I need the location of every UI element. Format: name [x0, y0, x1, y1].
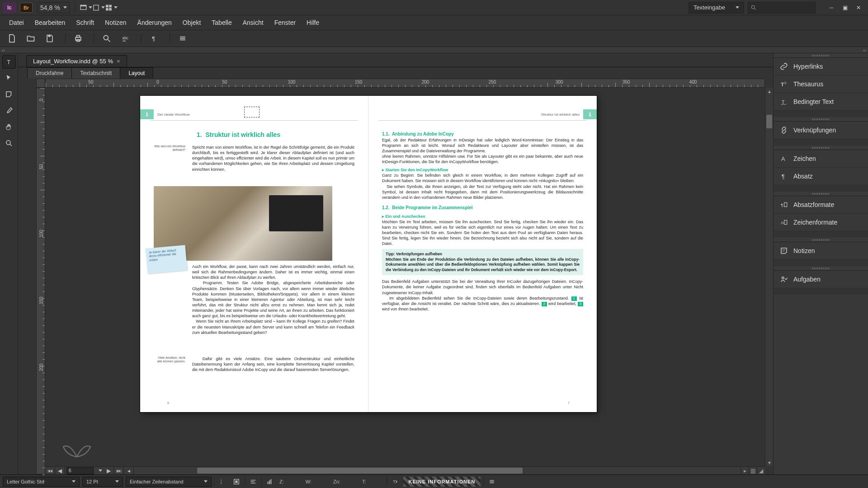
next-page-button[interactable]: ▶: [104, 467, 114, 474]
document-tab-row: Layout_Workflow.indd @ 55 % ×: [18, 53, 773, 67]
panel-parastyles[interactable]: ¶Absatzformate: [774, 196, 868, 214]
align-icon[interactable]: [248, 477, 259, 487]
bridge-button[interactable]: Br: [20, 3, 33, 13]
menu-fenster[interactable]: Fenster: [269, 16, 301, 29]
svg-text:1: 1: [221, 479, 222, 481]
arrange-button[interactable]: [105, 2, 118, 13]
prev-page-button[interactable]: ◀: [55, 467, 65, 474]
screen-mode-button[interactable]: [92, 2, 105, 13]
menu-lines-button[interactable]: [175, 32, 191, 45]
menu-bearbeiten[interactable]: Bearbeiten: [29, 16, 71, 29]
leading-field[interactable]: Einfacher Zeilenabstand: [126, 477, 212, 487]
font-family-field[interactable]: Letter Gothic Std: [3, 477, 80, 487]
menu-ansicht[interactable]: Ansicht: [237, 16, 269, 29]
canvas[interactable]: 1Der ideale Workflow 1. Struktur ist wir…: [45, 88, 765, 466]
menu-objekt[interactable]: Objekt: [177, 16, 206, 29]
menu-lines-icon[interactable]: [486, 477, 497, 487]
vertical-ruler[interactable]: 050100150200: [36, 88, 45, 474]
first-page-button[interactable]: ⏮: [45, 467, 55, 474]
body-text: Spricht man von einem Workflow, ist in d…: [192, 145, 354, 172]
scrollbar-thumb[interactable]: [197, 468, 523, 474]
svg-text:A: A: [781, 155, 785, 162]
right-panel-dock: HyperlinksTSThesaurusTBedingter TextVerk…: [773, 53, 868, 474]
note-tool[interactable]: [2, 88, 16, 101]
scroll-up-icon[interactable]: ▴: [765, 88, 773, 95]
panel-conditional[interactable]: TBedingter Text: [774, 93, 868, 111]
page-folio: 6: [167, 401, 169, 405]
tab-textabschnitt[interactable]: Textabschnitt: [71, 67, 120, 79]
panel-grip[interactable]: [774, 117, 868, 122]
watermark-icon: [59, 436, 95, 464]
new-button[interactable]: [4, 32, 20, 45]
last-page-button[interactable]: ⏭: [114, 467, 124, 474]
body-text: Dafür gibt es viele Ansätze. Eine sauber…: [192, 356, 354, 372]
panel-assignments[interactable]: Aufgaben: [774, 271, 868, 288]
panel-grip[interactable]: [774, 266, 868, 271]
panel-hyperlinks[interactable]: Hyperlinks: [774, 58, 868, 75]
tool-strip: T: [0, 53, 18, 474]
fit-icon[interactable]: [231, 477, 242, 487]
resize-grip-icon[interactable]: ◢: [757, 467, 765, 474]
menu-tabelle[interactable]: Tabelle: [206, 16, 237, 29]
scroll-right-button[interactable]: ▸: [741, 467, 749, 474]
zoom-level-dropdown[interactable]: 54,8 %: [37, 2, 70, 13]
split-view-button[interactable]: ▥: [749, 467, 757, 474]
scroll-down-icon[interactable]: ▾: [765, 459, 773, 466]
hand-tool[interactable]: [2, 120, 16, 134]
chapter-number-badge: 1: [583, 109, 597, 119]
view-options-button[interactable]: [80, 2, 92, 13]
panel-grip[interactable]: [774, 192, 868, 196]
panel-grip[interactable]: [774, 238, 868, 242]
hidden-chars-button[interactable]: ¶: [146, 32, 162, 45]
svg-rect-44: [269, 480, 270, 484]
panel-character[interactable]: AZeichen: [774, 150, 868, 168]
workspace-label: Texteingabe: [693, 4, 725, 11]
menu-schrift[interactable]: Schrift: [71, 16, 99, 29]
svg-line-22: [10, 144, 12, 146]
panel-collapse-bar[interactable]: ›› ‹‹: [0, 47, 868, 53]
workspace-selector[interactable]: Texteingabe: [689, 2, 744, 14]
chapter-number-badge: 1: [140, 109, 154, 119]
zoom-tool[interactable]: [2, 136, 16, 150]
eyedropper-tool[interactable]: [2, 104, 16, 117]
scrollbar-thumb[interactable]: [766, 115, 772, 128]
panel-charstyles[interactable]: AZeichenformate: [774, 214, 868, 231]
page-left[interactable]: 1Der ideale Workflow 1. Struktur ist wir…: [140, 96, 368, 412]
print-button[interactable]: [70, 32, 86, 45]
minimize-button[interactable]: ─: [825, 2, 838, 13]
tab-druckfahne[interactable]: Druckfahne: [27, 67, 72, 79]
vertical-scrollbar[interactable]: ▴ ▾: [765, 88, 773, 466]
menu-notizen[interactable]: Notizen: [99, 16, 132, 29]
menu-aenderungen[interactable]: Änderungen: [132, 16, 177, 29]
page-right[interactable]: 1Struktur ist wirklich alles 1.1. Anbind…: [368, 96, 597, 412]
type-tool[interactable]: T: [2, 55, 16, 69]
panel-thesaurus[interactable]: TSThesaurus: [774, 75, 868, 93]
panel-notes[interactable]: Notizen: [774, 242, 868, 260]
tab-layout[interactable]: Layout: [120, 67, 153, 79]
running-head-right: Struktur ist wirklich alles: [541, 113, 580, 117]
font-size-field[interactable]: 12 Pt: [82, 477, 123, 487]
page-number-field[interactable]: 6: [66, 467, 94, 474]
scroll-left-button[interactable]: ◂: [124, 467, 134, 474]
panel-grip[interactable]: [774, 53, 868, 58]
page-dropdown[interactable]: [95, 469, 104, 472]
close-button[interactable]: ✕: [852, 2, 865, 13]
close-tab-icon[interactable]: ×: [117, 58, 120, 65]
menu-datei[interactable]: Datei: [4, 16, 29, 29]
position-tool[interactable]: [2, 71, 16, 85]
svg-text:T: T: [781, 82, 784, 87]
ruler-origin[interactable]: [36, 79, 45, 88]
panel-links[interactable]: Verknüpfungen: [774, 122, 868, 139]
document-tab[interactable]: Layout_Workflow.indd @ 55 % ×: [26, 55, 127, 67]
spellcheck-button[interactable]: abc: [118, 32, 134, 45]
maximize-button[interactable]: ▣: [838, 2, 852, 13]
panel-paragraph[interactable]: ¶Absatz: [774, 168, 868, 185]
search-box[interactable]: [748, 2, 816, 14]
menu-hilfe[interactable]: Hilfe: [301, 16, 325, 29]
stat-z-label: Z:: [278, 479, 285, 484]
open-button[interactable]: [23, 32, 39, 45]
panel-grip[interactable]: [774, 145, 868, 150]
horizontal-ruler[interactable]: 50050100150200250300350400: [45, 79, 765, 88]
find-button[interactable]: [99, 32, 115, 45]
save-button[interactable]: [42, 32, 58, 45]
